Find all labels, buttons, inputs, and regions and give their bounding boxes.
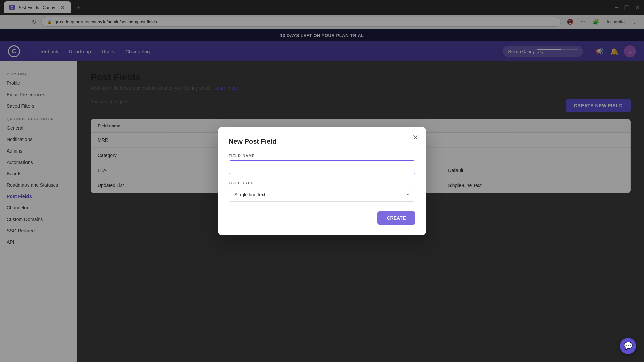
- chat-button[interactable]: 💬: [620, 338, 636, 354]
- modal-overlay[interactable]: New Post Field ✕ FIELD NAME FIELD TYPE S…: [0, 0, 644, 362]
- field-type-select[interactable]: Single-line text Multi-line text Number …: [229, 188, 415, 202]
- modal-close-button[interactable]: ✕: [410, 132, 421, 143]
- new-post-field-modal: New Post Field ✕ FIELD NAME FIELD TYPE S…: [218, 127, 426, 235]
- field-name-label: FIELD NAME: [229, 154, 415, 158]
- create-field-button[interactable]: CREATE: [377, 211, 415, 225]
- field-name-input[interactable]: [229, 160, 415, 174]
- modal-footer: CREATE: [229, 211, 415, 225]
- field-type-label: FIELD TYPE: [229, 181, 415, 185]
- modal-title: New Post Field: [229, 138, 415, 145]
